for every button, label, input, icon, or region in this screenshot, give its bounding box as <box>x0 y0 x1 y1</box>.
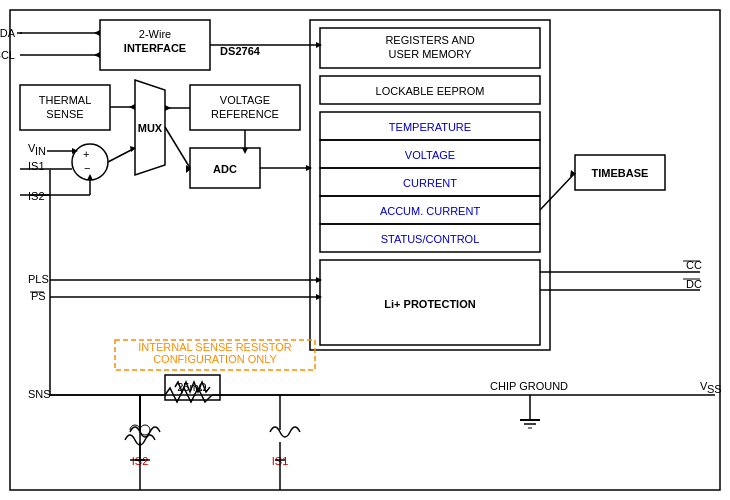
thermal-sense-label1: THERMAL <box>39 94 92 106</box>
registers-label2: USER MEMORY <box>389 48 473 60</box>
svg-marker-45 <box>316 277 322 283</box>
svg-marker-13 <box>165 105 171 111</box>
minus-sign: − <box>84 162 90 174</box>
plus-sign: + <box>83 148 89 160</box>
is1-input-label: IS1 <box>28 160 45 172</box>
svg-marker-48 <box>316 294 322 300</box>
pls-label: PLS <box>28 273 49 285</box>
block-diagram: 2-Wire INTERFACE DS2764 SDA SCL THERMAL … <box>0 0 730 500</box>
sda-label: SDA <box>0 27 16 39</box>
thermal-sense-label2: SENSE <box>46 108 83 120</box>
svg-line-40 <box>540 173 575 210</box>
li-protection-label: Li+ PROTECTION <box>384 298 475 310</box>
is2-input-label: IS2 <box>28 190 45 202</box>
timebase-label: TIMEBASE <box>592 167 649 179</box>
current-label: CURRENT <box>403 177 457 189</box>
svg-line-24 <box>165 127 190 168</box>
adc-label: ADC <box>213 163 237 175</box>
chip-ground-label: CHIP GROUND <box>490 380 568 392</box>
lockable-eeprom-label: LOCKABLE EEPROM <box>376 85 485 97</box>
vss-sub: SS <box>707 383 722 395</box>
svg-marker-29 <box>306 165 312 171</box>
svg-marker-11 <box>129 104 135 110</box>
voltage-ref-label2: REFERENCE <box>211 108 279 120</box>
svg-marker-5 <box>94 30 100 36</box>
interface-label: INTERFACE <box>124 42 186 54</box>
status-control-label: STATUS/CONTROL <box>381 233 480 245</box>
svg-marker-27 <box>242 148 248 154</box>
registers-label1: REGISTERS AND <box>385 34 474 46</box>
svg-marker-20 <box>87 174 93 180</box>
internal-sense-label2: CONFIGURATION ONLY <box>153 353 277 365</box>
sns-label: SNS <box>28 388 51 400</box>
accum-current-label: ACCUM. CURRENT <box>380 205 481 217</box>
vin-sub: IN <box>35 145 46 157</box>
svg-marker-6 <box>94 52 100 58</box>
two-wire-label: 2-Wire <box>139 28 171 40</box>
svg-rect-0 <box>10 10 720 490</box>
mux-label: MUX <box>138 122 163 134</box>
voltage-ref-label1: VOLTAGE <box>220 94 270 106</box>
temperature-label: TEMPERATURE <box>389 121 471 133</box>
svg-marker-43 <box>316 42 322 48</box>
voltage-block-label: VOLTAGE <box>405 149 455 161</box>
dc-label: DC <box>686 278 702 290</box>
chip-label: DS2764 <box>220 45 261 57</box>
scl-label: SCL <box>0 49 15 61</box>
internal-sense-label1: INTERNAL SENSE RESISTOR <box>138 341 291 353</box>
